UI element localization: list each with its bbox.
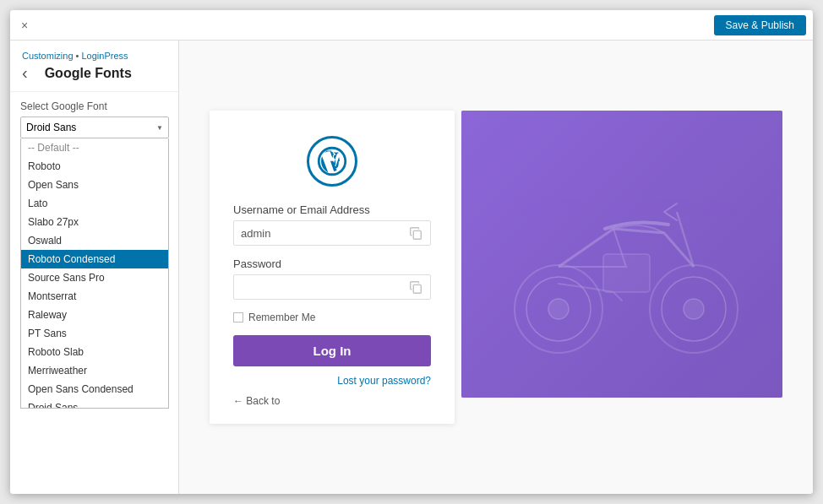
motorcycle-panel <box>461 111 782 398</box>
lost-password-link[interactable]: Lost your password? <box>233 375 431 387</box>
svg-rect-9 <box>603 254 650 292</box>
sidebar-header: Customizing • LoginPress ‹ Google Fonts <box>10 41 178 92</box>
font-option-roboto-condensed[interactable]: Roboto Condensed <box>21 250 168 268</box>
remember-checkbox[interactable] <box>233 312 243 322</box>
sidebar-content: Select Google Font Droid Sans -- Default… <box>10 92 178 494</box>
select-google-font-label: Select Google Font <box>20 100 168 112</box>
svg-rect-2 <box>413 285 421 293</box>
selected-font-value: Droid Sans <box>26 122 76 133</box>
motorcycle-image <box>478 144 766 364</box>
back-to-link[interactable]: ← Back to <box>233 395 431 407</box>
sidebar: Customizing • LoginPress ‹ Google Fonts … <box>10 41 179 494</box>
login-button[interactable]: Log In <box>233 335 431 366</box>
font-option-lato[interactable]: Lato <box>21 194 168 213</box>
sidebar-title: Google Fonts <box>31 66 132 81</box>
font-option-roboto[interactable]: Roboto <box>21 157 168 176</box>
password-input[interactable] <box>233 274 431 300</box>
save-publish-button[interactable]: Save & Publish <box>714 15 806 35</box>
remember-row: Remember Me <box>233 312 431 323</box>
preview-area: Username or Email Address admin Password <box>179 41 813 494</box>
font-option-montserrat[interactable]: Montserrat <box>21 287 168 306</box>
svg-rect-1 <box>413 230 421 239</box>
copy-icon-2 <box>408 279 423 295</box>
font-option-oswald[interactable]: Oswald <box>21 231 168 250</box>
font-option-slabo-27px[interactable]: Slabo 27px <box>21 213 168 231</box>
font-option-source-sans-pro[interactable]: Source Sans Pro <box>21 268 168 287</box>
preview-wrapper: Username or Email Address admin Password <box>210 111 782 424</box>
title-bar: × Save & Publish <box>10 10 813 41</box>
login-card: Username or Email Address admin Password <box>210 111 455 424</box>
svg-point-8 <box>684 299 704 319</box>
font-dropdown-list[interactable]: -- Default --RobotoOpen SansLatoSlabo 27… <box>20 138 169 409</box>
font-option-roboto-slab[interactable]: Roboto Slab <box>21 343 168 361</box>
font-option-pt-sans[interactable]: PT Sans <box>21 324 168 343</box>
remember-label: Remember Me <box>248 312 315 323</box>
wp-logo <box>233 136 431 187</box>
font-option-open-sans-condensed[interactable]: Open Sans Condensed <box>21 380 168 398</box>
main-area: Customizing • LoginPress ‹ Google Fonts … <box>10 41 813 494</box>
font-option-merriweather[interactable]: Merriweather <box>21 361 168 380</box>
font-option---default--[interactable]: -- Default -- <box>21 138 168 157</box>
wordpress-logo <box>307 136 357 187</box>
font-option-raleway[interactable]: Raleway <box>21 306 168 324</box>
breadcrumb-loginpress[interactable]: LoginPress <box>82 51 128 61</box>
font-select-display[interactable]: Droid Sans <box>20 117 169 138</box>
breadcrumb: Customizing • LoginPress <box>22 51 166 61</box>
font-select-wrapper: Droid Sans -- Default --RobotoOpen SansL… <box>20 117 168 138</box>
password-label: Password <box>233 257 431 270</box>
username-value: admin <box>241 227 270 240</box>
username-input[interactable]: admin <box>233 220 431 246</box>
main-window: × Save & Publish Customizing • LoginPres… <box>10 10 813 494</box>
back-button[interactable]: ‹ <box>22 63 28 83</box>
breadcrumb-customizing: Customizing <box>22 51 74 61</box>
copy-icon <box>408 225 423 241</box>
close-button[interactable]: × <box>17 18 32 33</box>
username-label: Username or Email Address <box>233 203 431 216</box>
svg-point-5 <box>548 299 569 319</box>
font-option-open-sans[interactable]: Open Sans <box>21 176 168 194</box>
font-option-droid-sans[interactable]: Droid Sans <box>21 398 168 409</box>
